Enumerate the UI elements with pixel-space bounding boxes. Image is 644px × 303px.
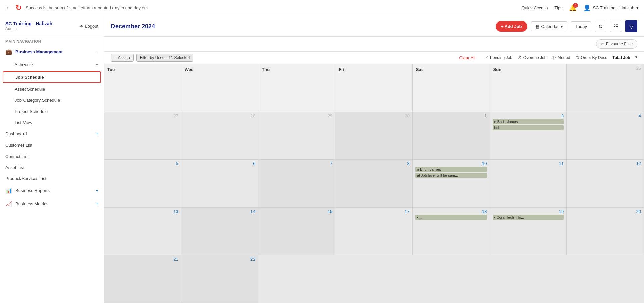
clear-all-button[interactable]: Clear All (459, 55, 475, 60)
cal-event[interactable]: • Coral Tech - To... (493, 215, 564, 220)
cal-event[interactable]: n Bhd - James (493, 119, 564, 124)
sidebar-item-product-services-list[interactable]: Product/Services List (0, 173, 104, 184)
logout-button[interactable]: ➔ Logout (79, 24, 98, 29)
cal-day-5[interactable]: 5 (104, 160, 181, 207)
cal-day-18[interactable]: 18 • ... (413, 208, 490, 255)
sidebar-item-project-schedule[interactable]: Project Schedule (0, 106, 104, 117)
alerted-status[interactable]: ⓘ Alerted (552, 55, 570, 61)
cal-day-26[interactable]: 26 (567, 64, 644, 112)
cal-day-6[interactable]: 6 (181, 160, 259, 207)
order-by-desc-label: Order By Desc (581, 55, 607, 60)
day-number[interactable]: 3 (493, 113, 564, 118)
logo-icon: ↻ (15, 4, 21, 12)
cal-day-13[interactable]: 13 (104, 208, 181, 255)
day-number[interactable]: 7 (261, 161, 332, 166)
sidebar-item-asset-list[interactable]: Asset List (0, 162, 104, 173)
sidebar-item-asset-schedule[interactable]: Asset Schedule (0, 84, 104, 95)
back-button[interactable]: ← (5, 4, 11, 11)
cal-day-1[interactable]: 1 (413, 112, 490, 160)
business-metrics-expand-icon: + (96, 201, 98, 206)
job-schedule-label: Job Schedule (15, 75, 44, 80)
cal-day-17[interactable]: 17 (335, 208, 413, 255)
customer-list-label: Customer List (5, 143, 32, 148)
refresh-button[interactable]: ↻ (595, 21, 606, 32)
cal-day-8[interactable]: 8 (335, 160, 413, 207)
asset-schedule-label: Asset Schedule (15, 87, 45, 92)
day-number[interactable]: 4 (569, 113, 641, 118)
day-number[interactable]: 8 (338, 161, 410, 166)
alerted-icon: ⓘ (552, 55, 556, 61)
sidebar-item-business-metrics[interactable]: 📈 Business Metrics + (0, 197, 104, 210)
day-number[interactable]: 14 (184, 209, 256, 214)
cal-day-11[interactable]: 11 (490, 160, 567, 207)
day-number[interactable]: 21 (107, 257, 178, 262)
cal-day-19[interactable]: 19 • Coral Tech - To... (490, 208, 567, 255)
cal-day-21[interactable]: 21 (104, 255, 181, 303)
day-number: 1 (415, 113, 487, 118)
cal-day-12[interactable]: 12 (567, 160, 644, 207)
order-by-desc-status[interactable]: ⇅ Order By Desc (576, 55, 607, 60)
day-number[interactable]: 22 (184, 257, 256, 262)
sidebar-item-contact-list[interactable]: Contact List (0, 151, 104, 162)
day-number[interactable]: 12 (569, 161, 641, 166)
cal-day-27[interactable]: 27 (104, 112, 181, 160)
quick-access-link[interactable]: Quick Access (521, 5, 548, 10)
sidebar-item-job-category-schedule[interactable]: Job Category Schedule (0, 95, 104, 106)
day-number[interactable]: 20 (569, 209, 641, 214)
cal-header-wed: Wed (181, 64, 259, 112)
cal-header-thu: Thu (258, 64, 335, 112)
day-number[interactable]: 15 (261, 209, 332, 214)
calendar-dropdown-button[interactable]: ▦ Calendar ▾ (531, 21, 568, 31)
day-number[interactable]: 10 (415, 161, 487, 166)
filter-by-user-tag[interactable]: Filter by User = 11 Selected (136, 54, 193, 62)
day-number[interactable]: 5 (107, 161, 178, 166)
cal-day-14[interactable]: 14 (181, 208, 259, 255)
overdue-job-status[interactable]: ⏱ Overdue Job (518, 55, 547, 60)
calendar-view-button[interactable]: ☷ (610, 21, 622, 32)
day-number[interactable]: 19 (493, 209, 564, 214)
sidebar-item-dashboard[interactable]: Dashboard + (0, 128, 104, 140)
briefcase-icon: 💼 (5, 49, 12, 55)
pending-job-icon: ✓ (485, 55, 488, 60)
cal-day-20[interactable]: 20 (567, 208, 644, 255)
sidebar-item-business-reports[interactable]: 📊 Business Reports + (0, 184, 104, 197)
sidebar: SC Training - Hafizah Admin ➔ Logout MAI… (0, 16, 104, 303)
today-button[interactable]: Today (571, 21, 591, 31)
schedule-collapse-icon: − (96, 62, 98, 67)
cal-day-10[interactable]: 10 n Bhd - James at Job level will be sa… (413, 160, 490, 207)
day-number[interactable]: 18 (415, 209, 487, 214)
sidebar-item-schedule[interactable]: Schedule − (0, 58, 104, 71)
cal-day-30[interactable]: 30 (335, 112, 413, 160)
cal-event[interactable]: • ... (415, 215, 487, 220)
assign-tag[interactable]: = Assign (111, 54, 134, 62)
cal-day-29[interactable]: 29 (258, 112, 335, 160)
cal-day-15[interactable]: 15 (258, 208, 335, 255)
total-job-label: Total Job : 7 (612, 55, 637, 60)
favourite-filter-button[interactable]: ☆ Favourite Filter (596, 39, 637, 49)
cal-event[interactable]: at Job level will be sam... (415, 173, 487, 178)
overdue-job-icon: ⏱ (518, 55, 522, 60)
day-number[interactable]: 17 (338, 209, 410, 214)
day-number[interactable]: 13 (107, 209, 178, 214)
cal-event[interactable]: n Bhd - James (415, 167, 487, 172)
user-menu[interactable]: 👤 SC Training - Hafizah ▾ (583, 4, 639, 12)
cal-day-4[interactable]: 4 (567, 112, 644, 160)
day-number: 29 (261, 113, 332, 118)
day-number: 30 (338, 113, 410, 118)
day-number[interactable]: 11 (493, 161, 564, 166)
active-filter-button[interactable]: ▽ (625, 20, 637, 32)
sidebar-item-customer-list[interactable]: Customer List (0, 140, 104, 151)
cal-day-7[interactable]: 7 (258, 160, 335, 207)
day-number[interactable]: 6 (184, 161, 256, 166)
cal-event[interactable]: bel (493, 125, 564, 130)
pending-job-status[interactable]: ✓ Pending Job (485, 55, 512, 60)
cal-day-3[interactable]: 3 n Bhd - James bel (490, 112, 567, 160)
tips-link[interactable]: Tips (554, 5, 562, 10)
add-job-button[interactable]: + Add Job (496, 21, 527, 32)
cal-day-22[interactable]: 22 (181, 255, 259, 303)
sidebar-item-job-schedule[interactable]: Job Schedule (3, 71, 101, 83)
notification-bell-icon[interactable]: 🔔 1 (569, 4, 577, 12)
sidebar-item-list-view[interactable]: List View (0, 117, 104, 128)
cal-day-28[interactable]: 28 (181, 112, 259, 160)
sidebar-item-business-management[interactable]: 💼 Business Management − (0, 45, 104, 58)
